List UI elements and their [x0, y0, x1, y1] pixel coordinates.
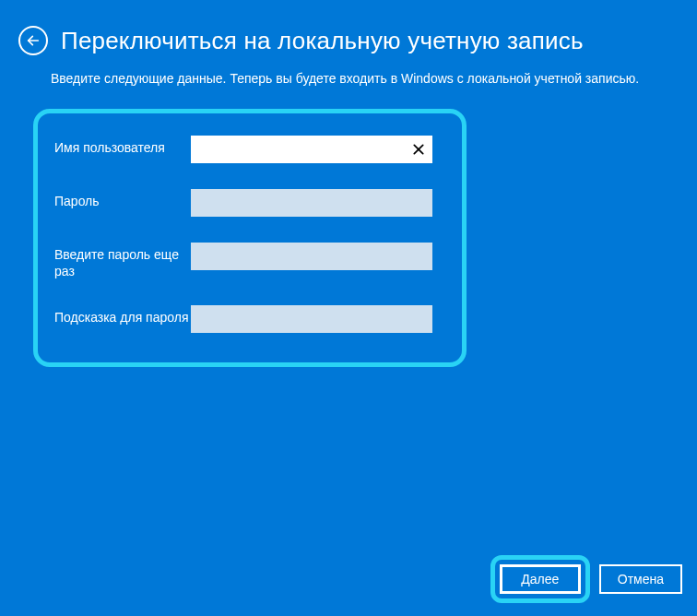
username-input[interactable]: [191, 136, 432, 163]
clear-username-button[interactable]: [408, 139, 429, 160]
hint-label: Подсказка для пароля: [54, 305, 191, 326]
cancel-button[interactable]: Отмена: [599, 564, 682, 594]
hint-input[interactable]: [191, 305, 432, 333]
next-button-highlight: Далее: [490, 555, 590, 603]
password-confirm-label: Введите пароль еще раз: [54, 243, 191, 279]
arrow-left-icon: [26, 33, 41, 48]
password-confirm-input[interactable]: [191, 243, 432, 270]
page-description: Введите следующие данные. Теперь вы буде…: [0, 65, 697, 105]
page-title: Переключиться на локальную учетную запис…: [61, 27, 584, 55]
back-button[interactable]: [18, 26, 48, 55]
username-label: Имя пользователя: [54, 136, 191, 156]
close-icon: [412, 143, 425, 156]
password-label: Пароль: [54, 189, 191, 209]
password-input[interactable]: [191, 189, 432, 217]
form-container: Имя пользователя Пароль Введите пароль е…: [33, 109, 467, 367]
next-button[interactable]: Далее: [500, 564, 581, 594]
